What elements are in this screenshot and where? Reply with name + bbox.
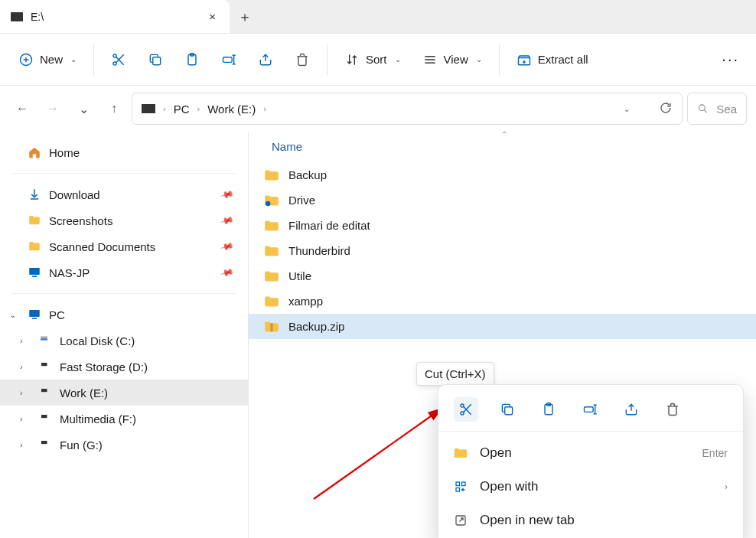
column-header-name[interactable]: Name ⌃: [249, 132, 756, 162]
file-name: Drive: [288, 194, 315, 207]
chevron-right-icon[interactable]: ›: [20, 336, 23, 345]
add-tab-button[interactable]: ＋: [230, 0, 260, 33]
context-action-row: [438, 393, 743, 432]
ctx-open-with[interactable]: Open with ›: [438, 470, 743, 504]
nav-label: Fast Storage (D:): [60, 360, 148, 373]
paste-button[interactable]: [175, 46, 209, 73]
new-button[interactable]: New ⌄: [9, 46, 86, 73]
monitor-icon: [28, 266, 41, 279]
file-row[interactable]: Thunderbird: [249, 238, 756, 263]
nav-row: ← → ⌄ ↑ › PC › Work (E:) › ⌄ Sea: [0, 86, 756, 132]
chevron-right-icon[interactable]: ›: [20, 440, 23, 449]
folder-icon: [264, 245, 279, 257]
extract-icon: [516, 52, 532, 67]
nav-work-e[interactable]: › Work (E:): [0, 380, 248, 406]
new-tab-icon: [454, 514, 468, 527]
clipboard-icon: [541, 402, 556, 417]
delete-button[interactable]: [285, 46, 319, 73]
tab-title: E:\: [31, 11, 198, 23]
close-icon[interactable]: ×: [206, 10, 219, 23]
folder-icon: [264, 220, 279, 232]
sort-label: Sort: [366, 53, 387, 66]
column-label: Name: [272, 140, 302, 153]
view-button[interactable]: View ⌄: [413, 46, 491, 73]
nav-home[interactable]: Home: [0, 139, 248, 165]
address-bar[interactable]: › PC › Work (E:) › ⌄: [132, 93, 683, 125]
nav-fast-storage-d[interactable]: › Fast Storage (D:): [0, 354, 248, 380]
sort-button[interactable]: Sort ⌄: [335, 46, 410, 73]
file-row[interactable]: Filmari de editat: [249, 213, 756, 238]
file-row[interactable]: xampp: [249, 289, 756, 314]
svg-rect-27: [41, 339, 47, 341]
chevron-right-icon[interactable]: ›: [20, 362, 23, 371]
share-icon: [258, 52, 273, 67]
file-row[interactable]: Backup: [249, 162, 756, 187]
toolbar: New ⌄ Sort ⌄ View ⌄ Extract all ···: [0, 34, 756, 86]
extract-all-button[interactable]: Extract all: [507, 46, 598, 73]
breadcrumb-work[interactable]: Work (E:): [207, 103, 256, 116]
ctx-open[interactable]: Open Enter: [438, 436, 743, 470]
copy-button[interactable]: [138, 46, 172, 73]
chevron-right-icon[interactable]: ›: [20, 388, 23, 397]
file-name: Filmari de editat: [288, 219, 370, 232]
forward-button[interactable]: →: [40, 96, 66, 122]
copy-icon: [500, 402, 515, 417]
ctx-copy-button[interactable]: [495, 397, 520, 422]
up-button[interactable]: ↑: [101, 96, 127, 122]
file-name: Thunderbird: [288, 244, 350, 257]
tab-active[interactable]: E:\ ×: [0, 0, 230, 33]
refresh-button[interactable]: [659, 101, 673, 117]
svg-rect-47: [456, 482, 460, 486]
nav-nas-jp[interactable]: NAS-JP 📌: [0, 259, 248, 285]
clipboard-icon: [184, 52, 200, 67]
svg-rect-23: [32, 276, 37, 278]
search-icon: [697, 102, 709, 116]
drive-icon: [11, 12, 23, 21]
more-button[interactable]: ···: [714, 51, 747, 68]
chevron-right-icon: ›: [197, 104, 200, 113]
disk-icon: [38, 412, 52, 426]
nav-label: Screenshots: [49, 214, 112, 227]
file-name: Backup: [288, 168, 327, 181]
chevron-right-icon[interactable]: ›: [20, 414, 23, 423]
nav-screenshots[interactable]: Screenshots 📌: [0, 207, 248, 233]
folder-icon: [28, 214, 41, 227]
share-icon: [624, 402, 639, 417]
nav-label: Local Disk (C:): [60, 334, 135, 347]
nav-label: Home: [49, 146, 80, 159]
nav-fun-g[interactable]: › Fun (G:): [0, 432, 248, 458]
nav-pc[interactable]: ⌄ PC: [0, 302, 248, 328]
svg-rect-29: [41, 389, 47, 392]
file-row-selected[interactable]: Backup.zip: [249, 314, 756, 339]
file-row[interactable]: Drive: [249, 187, 756, 213]
tooltip-text: Cut (Ctrl+X): [425, 367, 486, 380]
nav-multimedia-f[interactable]: › Multimedia (F:): [0, 406, 248, 432]
folder-icon: [264, 270, 279, 282]
nav-download[interactable]: Download 📌: [0, 181, 248, 207]
chevron-down-icon[interactable]: ⌄: [624, 105, 630, 113]
svg-rect-10: [223, 57, 233, 62]
separator: [93, 44, 94, 75]
ctx-delete-button[interactable]: [660, 397, 685, 422]
search-box[interactable]: Sea: [687, 93, 747, 125]
nav-label: Fun (G:): [60, 439, 103, 452]
ctx-rename-button[interactable]: [578, 397, 602, 422]
back-button[interactable]: ←: [9, 96, 35, 122]
history-button[interactable]: ⌄: [70, 96, 96, 122]
ctx-shortcut: Enter: [702, 447, 728, 459]
rename-button[interactable]: [212, 46, 246, 73]
chevron-down-icon[interactable]: ⌄: [9, 310, 16, 320]
breadcrumb-pc[interactable]: PC: [174, 103, 190, 116]
pin-icon: 📌: [220, 265, 235, 280]
search-placeholder: Sea: [716, 103, 737, 116]
ctx-cut-button[interactable]: [454, 397, 478, 422]
ctx-share-button[interactable]: [619, 397, 644, 422]
nav-local-disk-c[interactable]: › Local Disk (C:): [0, 328, 248, 354]
file-row[interactable]: Utile: [249, 263, 756, 289]
share-button[interactable]: [249, 46, 282, 73]
cut-button[interactable]: [102, 46, 135, 73]
nav-scanned-documents[interactable]: Scanned Documents 📌: [0, 233, 248, 259]
ctx-open-new-tab[interactable]: Open in new tab: [438, 504, 743, 537]
ctx-paste-button[interactable]: [536, 397, 561, 422]
svg-rect-30: [41, 415, 47, 418]
